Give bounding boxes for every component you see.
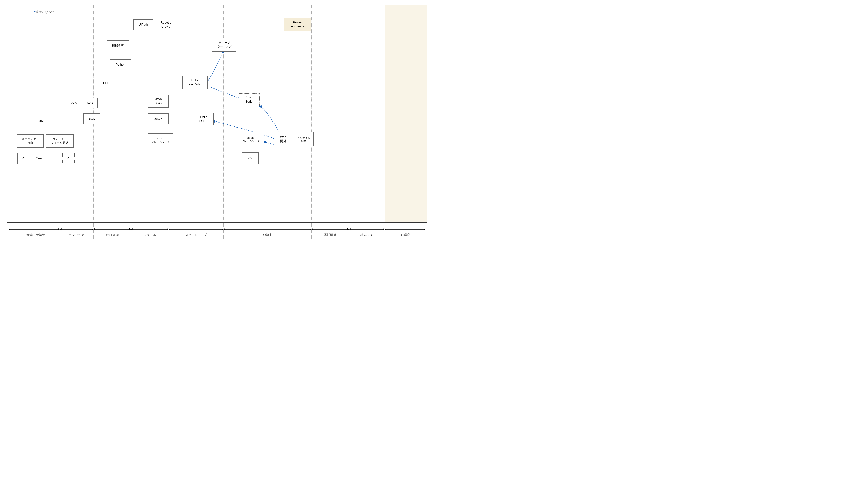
axis-bar: ◀ ▶ ◀ ▶ ◀ ▶ ◀ xyxy=(7,222,427,239)
arrow-dokugaku2: ◀ ▶ xyxy=(386,229,424,230)
axis-label-shanai-se1: 社内SE① xyxy=(93,233,131,237)
skill-javascript-startup: JavaScript xyxy=(148,95,169,107)
skill-power-automate: PowerAutomate xyxy=(284,18,311,31)
divider-7 xyxy=(349,5,349,239)
legend-line xyxy=(19,12,34,12)
skill-python: Python xyxy=(110,59,131,70)
arrow-engineer: ◀ ▶ xyxy=(61,229,92,230)
legend-label: 参考になった xyxy=(36,10,54,14)
axis-label-startup: スタートアップ xyxy=(169,233,223,237)
axis-label-school: スクール xyxy=(131,233,169,237)
arrow-shanai-se2: ◀ ▶ xyxy=(350,229,383,230)
skill-web-dev: Web開発 xyxy=(274,132,292,147)
axis-label-engineer: エンジニア xyxy=(60,233,94,237)
skill-xml: XML xyxy=(34,116,51,126)
axis-label-shanai-se2: 社内SE② xyxy=(349,233,384,237)
arrow-dokugaku1: ◀ ▶ xyxy=(224,229,310,230)
skill-c: C xyxy=(18,153,30,164)
skill-agile: アジャイル開発 xyxy=(294,132,313,147)
skill-waterfall: ウォーターフォール開発 xyxy=(45,134,74,148)
arrow-startup: ◀ ▶ xyxy=(170,229,222,230)
axis-label-itaku: 委託開発 xyxy=(311,233,349,237)
skill-deep-learning: ディープラーニング xyxy=(212,38,237,52)
skill-javascript-itaku: JavaScript xyxy=(239,93,259,106)
skill-gas: GAS xyxy=(83,98,98,108)
skill-kikai: 機械学習 xyxy=(107,40,129,51)
skill-vba: VBA xyxy=(67,98,81,108)
legend: 参考になった xyxy=(19,10,54,14)
skill-json: JSON xyxy=(148,113,169,124)
arrow-shanai-se1: ◀ ▶ xyxy=(94,229,130,230)
skill-mvc: MVCフレームワーク xyxy=(148,133,173,147)
chart-area: 参考になった xyxy=(7,5,427,239)
main-container: 参考になった xyxy=(0,0,434,244)
skill-csharp: C# xyxy=(242,152,259,164)
skill-ruby-on-rails: Rubyon Rails xyxy=(182,75,208,89)
skill-c-dashed: C xyxy=(62,153,75,164)
skill-sql: SQL xyxy=(83,113,100,124)
skill-php: PHP xyxy=(98,78,115,88)
axis-label-dokugaku1: 独学① xyxy=(223,233,311,237)
arrow-itaku: ◀ ▶ xyxy=(313,229,348,230)
divider-8 xyxy=(384,5,385,239)
axis-label-university: 大学・大学院 xyxy=(12,233,60,237)
axis-label-dokugaku2: 独学② xyxy=(384,233,427,237)
arrow-school: ◀ ▶ xyxy=(132,229,167,230)
highlight-bg xyxy=(384,5,427,222)
skill-mvvm: MVVMフレームワーク xyxy=(237,132,265,147)
skill-html-css: HTML/CSS xyxy=(191,113,214,125)
skill-object: オブジェクト指向 xyxy=(17,134,44,148)
skill-uipath: UiPath xyxy=(133,19,153,30)
skill-cpp: C++ xyxy=(31,153,46,164)
skill-robotic: RoboticCrowd xyxy=(155,18,177,31)
arrow-university: ◀ ▶ xyxy=(10,229,59,230)
divider-6 xyxy=(311,5,312,239)
